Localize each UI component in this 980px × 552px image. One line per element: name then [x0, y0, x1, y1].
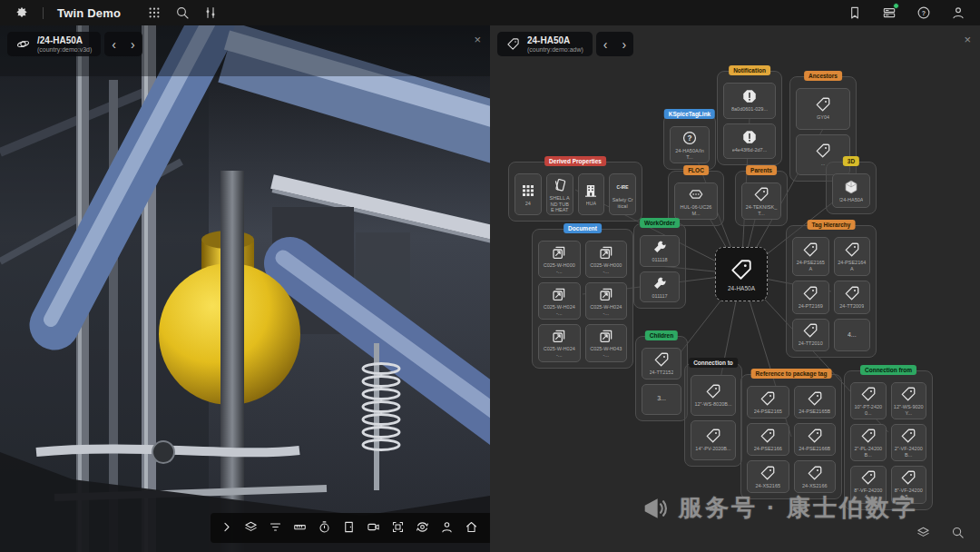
graph-node[interactable]: 3... [642, 384, 681, 415]
graph-breadcrumb-chip[interactable]: 24-HA50A (country:demo:adw) [497, 32, 593, 56]
graph-node-label: 14"-PV-2020B... [695, 446, 730, 452]
cluster-3d: 3D/24-HA50A [826, 162, 877, 214]
graph-node[interactable]: HUA [578, 173, 605, 215]
timer-tool-button[interactable] [314, 518, 334, 539]
timer-icon [318, 520, 331, 537]
graph-node[interactable]: 8a0d0601-029... [723, 83, 776, 119]
graph-node[interactable]: 2"-PL-24200B... [850, 424, 887, 461]
graph-node[interactable]: 24-PSE2165A [792, 237, 829, 276]
next-button[interactable]: › [622, 38, 627, 51]
graph-node[interactable]: 011118 [640, 235, 680, 267]
graph-node[interactable]: C025-W-H024-... [538, 282, 581, 320]
graph-node[interactable]: /24-HA50A [832, 173, 870, 208]
search-icon[interactable] [175, 5, 190, 20]
filter-tool-button[interactable] [265, 518, 285, 539]
graph-node[interactable]: C025-W-H024-... [585, 282, 628, 320]
graph-node[interactable]: SHELL AND TUBE HEAT EXCHANGER [546, 173, 573, 215]
graph-node[interactable]: C025-W-H000-... [585, 241, 628, 278]
account-icon[interactable] [951, 5, 965, 20]
tag-icon [900, 428, 916, 444]
graph-node[interactable]: 14"-PV-2020B... [691, 420, 736, 461]
orbit-tool-button[interactable] [412, 518, 432, 539]
cluster-label: Reference to package tag [751, 369, 832, 379]
graph-node[interactable]: ?24-HA50A/InT... [670, 126, 710, 163]
3d-breadcrumb-chip[interactable]: /24-HA50A (country:demo:v3d) [7, 32, 101, 56]
graph-node[interactable]: 10"-PT-24200... [850, 382, 887, 419]
cluster-label: 3D [843, 156, 859, 166]
graph-node[interactable]: GY04 [796, 88, 850, 130]
bookmark-icon[interactable] [848, 5, 862, 20]
tuner-icon[interactable] [203, 5, 218, 20]
tag-icon [802, 322, 818, 339]
graph-node[interactable]: 24-TEKNISK_T... [741, 182, 781, 220]
graph-node[interactable]: C025-W-H043-... [585, 324, 628, 361]
graph-node[interactable]: 2"-VF-24200B... [891, 424, 927, 461]
graph-node[interactable]: 24 [514, 173, 542, 215]
graph-node[interactable]: C-IRESafety Critical [609, 173, 636, 215]
graph-node[interactable]: 12"-WS-9020Y... [891, 382, 927, 419]
graph-node-label: 3... [657, 395, 666, 402]
prev-button[interactable]: ‹ [112, 38, 116, 51]
graph-node[interactable]: 4... [834, 319, 871, 351]
graph-panel[interactable]: Notification8a0d0601-029...e4e43f6d-2d7.… [490, 25, 980, 552]
graph-node-label: 12"-WS-8020B... [694, 401, 731, 408]
chevron-tool-button[interactable] [216, 518, 236, 539]
prev-button[interactable]: ‹ [603, 38, 608, 51]
graph-node[interactable]: 8"-VF-242004... [850, 466, 887, 503]
graph-node[interactable]: 24-PT2169 [792, 281, 829, 313]
graph-node-label: 8a0d0601-029... [731, 106, 768, 113]
graph-node[interactable]: HUL-06-UC26M... [674, 182, 718, 220]
close-graph-panel-button[interactable]: × [964, 33, 971, 46]
graph-node[interactable]: 24-PSE2166 [747, 423, 789, 456]
app-title: Twin Demo [57, 6, 121, 20]
graph-panel-title: 24-HA50A [527, 35, 583, 45]
person-tool-button[interactable] [436, 518, 456, 539]
graph-node[interactable]: 24-TT2152 [642, 348, 681, 380]
layers-tool-button[interactable] [913, 523, 933, 545]
filter-icon [269, 520, 282, 537]
graph-node[interactable]: 24-PSE2166B [794, 423, 837, 456]
document-icon [598, 286, 614, 302]
apps-menu-icon[interactable] [147, 5, 162, 20]
search-tool-button[interactable] [947, 523, 967, 545]
graph-node[interactable]: 24-XS2166 [794, 460, 837, 493]
graph-node[interactable]: 24-XS2165 [747, 460, 789, 493]
3d-viewport[interactable]: /24-HA50A (country:demo:v3d) ‹ › × [0, 25, 490, 552]
graph-node[interactable]: 12"-WS-8020B... [691, 375, 736, 416]
home-tool-button[interactable] [461, 518, 481, 539]
cire-icon: C-IRE [614, 179, 631, 195]
graph-node[interactable]: C025-W-H000-... [538, 241, 581, 278]
graph-node[interactable]: C025-W-H024-... [538, 324, 581, 361]
graph-node[interactable]: 24-TT2010 [792, 319, 829, 351]
graph-node[interactable]: 8"-VF-242005... [891, 466, 927, 503]
document-icon [598, 244, 614, 261]
door-tool-button[interactable] [338, 518, 358, 539]
center-node[interactable]: 24-HA50A [715, 247, 768, 301]
help-icon[interactable]: ? [916, 5, 931, 20]
cluster-workorder: WorkOrder011118011117 [633, 223, 686, 309]
cluster-label: WorkOrder [640, 218, 680, 228]
frame-tool-button[interactable] [387, 518, 407, 539]
graph-node[interactable]: 24-PSE2165 [747, 386, 789, 419]
graph-panel-subtitle: (country:demo:adw) [527, 46, 583, 53]
hex-icon [688, 186, 704, 202]
next-button[interactable]: › [131, 38, 135, 51]
center-node-label: 24-HA50A [728, 285, 755, 291]
graph-node[interactable]: 24-PSE2164A [834, 237, 871, 276]
graph-node-label: 24-PSE2165B [799, 409, 830, 415]
ruler-tool-button[interactable] [289, 518, 309, 539]
camera-tool-button[interactable] [363, 518, 383, 539]
notifications-icon[interactable] [882, 5, 897, 20]
graph-node[interactable]: 24-PSE2165B [794, 386, 837, 419]
cluster-label: Connection to [689, 358, 738, 368]
close-3d-panel-button[interactable]: × [474, 33, 481, 46]
graph-node-label: 8"-VF-242004... [853, 488, 884, 499]
graph-node[interactable]: e4e43f6d-2d7... [723, 123, 776, 160]
topbar: Twin Demo ? [0, 0, 980, 25]
layers-tool-button[interactable] [240, 518, 260, 539]
tag-icon [844, 285, 860, 301]
graph-node[interactable]: 011117 [640, 271, 680, 303]
graph-node[interactable]: 24-TT2009 [834, 281, 871, 313]
graph-node-label: 24-PSE2166B [799, 446, 830, 452]
alert-icon [741, 129, 758, 145]
